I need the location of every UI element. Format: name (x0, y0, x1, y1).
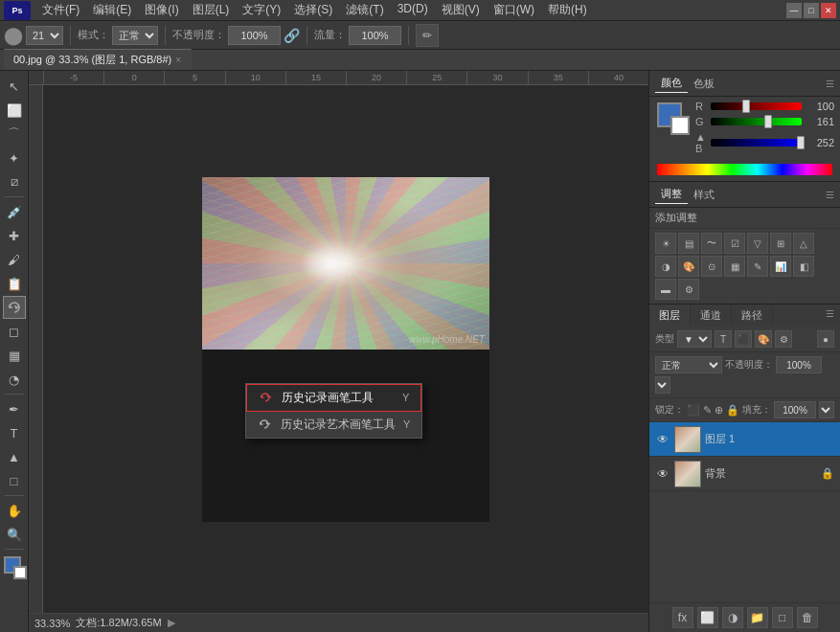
menu-window[interactable]: 窗口(W) (488, 0, 540, 20)
menu-help[interactable]: 帮助(H) (542, 0, 593, 20)
lock-image-icon[interactable]: ✎ (703, 404, 712, 417)
tool-hand[interactable]: ✋ (3, 499, 26, 522)
tool-spot-heal[interactable]: ✚ (3, 224, 26, 247)
blue-slider[interactable] (711, 139, 802, 147)
nav-arrow[interactable]: ▶ (168, 617, 175, 629)
tool-lasso[interactable]: ⌒ (3, 123, 26, 146)
opacity-input[interactable] (228, 26, 281, 45)
lock-all-icon[interactable]: 🔒 (726, 404, 739, 417)
tab-swatches[interactable]: 色板 (688, 75, 720, 93)
layer-item-background[interactable]: 👁 背景 🔒 (649, 457, 840, 491)
fx-button[interactable]: fx (672, 607, 693, 628)
ctx-item-history-brush[interactable]: 历史记录画笔工具 Y (246, 384, 421, 412)
menu-3d[interactable]: 3D(D) (392, 0, 434, 20)
bg-swatch[interactable] (670, 116, 690, 135)
adj-color-balance[interactable]: △ (793, 233, 814, 254)
flow-input[interactable] (349, 26, 401, 45)
menu-select[interactable]: 选择(S) (288, 0, 338, 20)
blend-mode-select[interactable]: 正常 (655, 356, 722, 373)
tab-paths[interactable]: 路径 (732, 305, 773, 327)
lock-transparent-icon[interactable]: ⬛ (687, 404, 700, 417)
tab-styles[interactable]: 样式 (688, 186, 720, 204)
tab-channels[interactable]: 通道 (691, 305, 732, 327)
tool-stamp[interactable]: 📋 (3, 272, 26, 295)
blue-thumb[interactable] (797, 136, 805, 149)
mode-select[interactable]: 正常 (112, 26, 158, 45)
green-thumb[interactable] (764, 115, 772, 128)
tool-eyedropper[interactable]: 💉 (3, 200, 26, 223)
red-thumb[interactable] (742, 100, 750, 113)
ctx-item-history-art-brush[interactable]: 历史记录艺术画笔工具 Y (246, 412, 421, 438)
green-slider[interactable] (711, 118, 802, 125)
adj-color-lookup[interactable]: ▦ (724, 256, 745, 277)
menu-file[interactable]: 文件(F) (36, 0, 85, 20)
tool-gradient[interactable]: ▦ (3, 344, 26, 367)
adj-vibrance[interactable]: ▽ (747, 233, 768, 254)
layer1-visibility-icon[interactable]: 👁 (655, 432, 670, 447)
menu-image[interactable]: 图像(I) (139, 0, 184, 20)
red-slider[interactable] (711, 102, 802, 110)
tool-history-brush[interactable] (3, 296, 26, 319)
adj-invert[interactable]: ✎ (747, 256, 768, 277)
opacity-blend-input[interactable] (776, 356, 822, 373)
delete-layer-button[interactable]: 🗑 (797, 607, 818, 628)
adj-curves[interactable]: 〜 (701, 233, 722, 254)
tool-brush[interactable]: 🖌 (3, 248, 26, 271)
tool-magic-wand[interactable]: ✦ (3, 147, 26, 169)
layers-panel-menu[interactable]: ☰ (820, 305, 840, 327)
tool-pen[interactable]: ✒ (3, 397, 26, 420)
tool-marquee[interactable]: ⬜ (3, 99, 26, 122)
canvas-container[interactable]: www.pHome.NET 历史记录画笔工具 Y (43, 85, 648, 613)
adj-threshold[interactable]: ◧ (793, 256, 814, 277)
add-adjustment-button[interactable]: ◑ (722, 607, 743, 628)
brush-select[interactable]: 21 (26, 26, 63, 45)
opacity-chain-icon[interactable]: 🔗 (284, 28, 300, 43)
menu-layer[interactable]: 图层(L) (187, 0, 236, 20)
adj-brightness[interactable]: ☀ (655, 233, 676, 254)
tool-shape[interactable]: □ (3, 469, 26, 492)
tab-close-icon[interactable]: × (175, 55, 181, 65)
add-mask-button[interactable]: ⬜ (697, 607, 718, 628)
opacity-arrow[interactable]: ▼ (655, 376, 670, 394)
adj-bw[interactable]: ◑ (655, 256, 676, 277)
filter-select[interactable]: ▼ (677, 330, 712, 348)
tool-path-select[interactable]: ▲ (3, 445, 26, 468)
tab-color[interactable]: 颜色 (655, 74, 688, 93)
menu-filter[interactable]: 滤镜(T) (340, 0, 389, 20)
color-spectrum[interactable] (657, 164, 832, 175)
filter-icon-1[interactable]: T (715, 330, 732, 348)
tool-eraser[interactable]: ◻ (3, 320, 26, 343)
menu-edit[interactable]: 编辑(E) (87, 0, 137, 20)
tool-crop[interactable]: ⧄ (3, 170, 26, 193)
tool-zoom[interactable]: 🔍 (3, 523, 26, 546)
tool-move[interactable]: ↖ (3, 75, 26, 98)
maximize-button[interactable]: □ (804, 3, 819, 18)
filter-toggle[interactable]: ● (817, 330, 834, 348)
adj-exposure[interactable]: ☑ (724, 233, 745, 254)
add-group-button[interactable]: 📁 (747, 607, 768, 628)
tool-text[interactable]: T (3, 421, 26, 444)
menu-view[interactable]: 视图(V) (436, 0, 486, 20)
adjust-panel-menu[interactable]: ☰ (826, 190, 834, 200)
filter-icon-2[interactable]: ⬛ (735, 330, 752, 348)
menu-text[interactable]: 文字(Y) (237, 0, 286, 20)
adj-channel-mixer[interactable]: ⊙ (701, 256, 722, 277)
adj-levels[interactable]: ▤ (678, 233, 699, 254)
background-color[interactable] (13, 566, 27, 579)
layer-item-layer1[interactable]: 👁 图层 1 (649, 422, 840, 457)
adj-posterize[interactable]: 📊 (770, 256, 791, 277)
tab-adjustments[interactable]: 调整 (655, 185, 688, 204)
filter-icon-3[interactable]: 🎨 (755, 330, 772, 348)
tool-blur[interactable]: ◔ (3, 368, 26, 391)
background-visibility-icon[interactable]: 👁 (655, 466, 670, 482)
adj-hsl[interactable]: ⊞ (770, 233, 791, 254)
close-button[interactable]: ✕ (821, 3, 836, 18)
tab-layers[interactable]: 图层 (649, 305, 691, 327)
brush-preview[interactable]: ⬤ (4, 25, 23, 46)
active-tab[interactable]: 00.jpg @ 33.3% (图层 1, RGB/8#) × (4, 49, 192, 70)
new-layer-button[interactable]: □ (772, 607, 793, 628)
color-panel-menu[interactable]: ☰ (826, 79, 834, 89)
lock-position-icon[interactable]: ⊕ (715, 404, 723, 417)
fill-input[interactable] (774, 401, 816, 418)
minimize-button[interactable]: — (786, 3, 802, 18)
